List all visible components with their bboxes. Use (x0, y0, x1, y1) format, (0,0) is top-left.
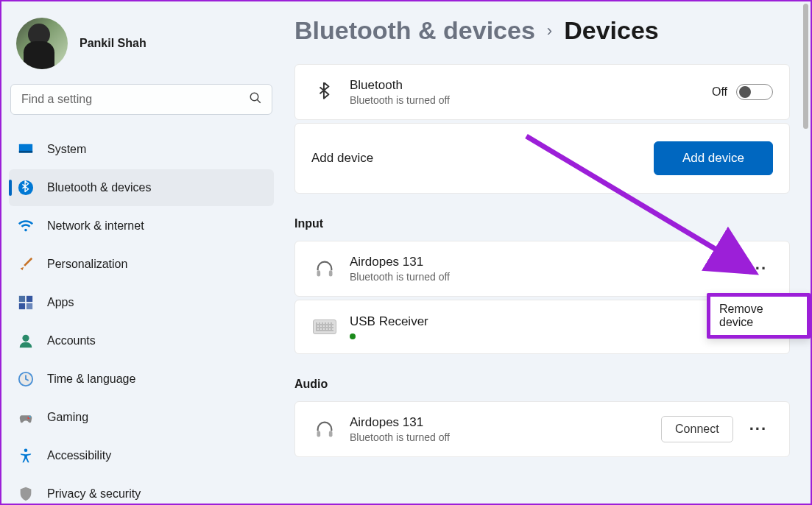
sidebar-item-apps[interactable]: Apps (9, 284, 274, 321)
sidebar-item-label: Apps (47, 296, 74, 309)
section-audio: Audio (294, 378, 790, 391)
scrollbar[interactable] (803, 4, 808, 129)
bluetooth-icon (311, 79, 338, 105)
sidebar-item-accessibility[interactable]: Accessibility (9, 437, 274, 474)
breadcrumb-current: Devices (564, 16, 659, 45)
context-menu-remove[interactable]: Remove device (707, 293, 811, 339)
svg-rect-7 (19, 303, 25, 309)
add-device-button[interactable]: Add device (654, 141, 773, 175)
breadcrumb-parent[interactable]: Bluetooth & devices (294, 16, 535, 45)
wifi-icon (18, 218, 34, 234)
device-name: USB Receiver (350, 314, 744, 329)
apps-icon (18, 294, 34, 311)
shield-icon (18, 486, 34, 502)
bluetooth-card: Bluetooth Bluetooth is turned off Off (294, 64, 790, 120)
svg-line-1 (257, 99, 261, 103)
sidebar-item-personalization[interactable]: Personalization (9, 246, 274, 283)
search-icon (249, 91, 262, 107)
add-device-card: Add device Add device (294, 123, 790, 194)
sidebar-item-gaming[interactable]: Gaming (9, 399, 274, 436)
svg-rect-15 (329, 270, 333, 276)
section-input: Input (294, 217, 790, 230)
device-row: Airdopes 131 Bluetooth is turned off Con… (294, 401, 790, 457)
nav: System Bluetooth & devices Network & int… (9, 131, 274, 505)
headphones-icon (311, 416, 338, 442)
bluetooth-icon (18, 180, 34, 196)
sidebar-item-label: Gaming (47, 411, 88, 424)
accessibility-icon (18, 448, 34, 464)
sidebar-item-time[interactable]: Time & language (9, 361, 274, 398)
sidebar-item-accounts[interactable]: Accounts (9, 322, 274, 359)
more-button[interactable]: ··· (744, 417, 773, 442)
chevron-right-icon: › (547, 21, 552, 40)
device-name: Airdopes 131 (350, 255, 744, 269)
sidebar-item-label: Personalization (47, 258, 127, 271)
breadcrumb: Bluetooth & devices › Devices (294, 16, 790, 45)
svg-point-9 (22, 335, 29, 342)
sidebar-item-bluetooth[interactable]: Bluetooth & devices (9, 169, 274, 206)
clock-icon (18, 371, 34, 387)
device-status: Bluetooth is turned off (350, 271, 744, 283)
device-row: Airdopes 131 Bluetooth is turned off ··· (294, 241, 790, 297)
device-name: Airdopes 131 (350, 415, 661, 430)
bluetooth-status: Bluetooth is turned off (350, 94, 712, 106)
headphones-icon (311, 255, 338, 282)
keyboard-icon (311, 314, 338, 340)
sidebar-item-label: Time & language (47, 372, 135, 386)
main-content: Bluetooth & devices › Devices Bluetooth … (281, 1, 811, 504)
svg-point-4 (18, 180, 33, 195)
person-icon (18, 333, 34, 349)
user-profile[interactable]: Pankil Shah (9, 10, 274, 84)
sidebar-item-label: Privacy & security (47, 487, 141, 501)
sidebar-item-label: Accessibility (47, 449, 111, 462)
svg-rect-16 (317, 431, 321, 437)
monitor-icon (18, 141, 34, 158)
status-dot-icon (350, 333, 356, 339)
more-button[interactable]: ··· (744, 256, 773, 281)
svg-point-12 (29, 416, 31, 418)
device-status: Bluetooth is turned off (350, 431, 661, 443)
search-box (10, 84, 272, 115)
sidebar: Pankil Shah System Bluetooth & devices N… (1, 1, 281, 504)
sidebar-item-label: Network & internet (47, 219, 144, 233)
sidebar-item-network[interactable]: Network & internet (9, 208, 274, 244)
avatar (16, 18, 68, 69)
bluetooth-toggle[interactable] (736, 84, 773, 100)
gamepad-icon (18, 409, 34, 425)
svg-rect-8 (27, 303, 32, 309)
svg-rect-6 (27, 296, 32, 302)
svg-rect-5 (19, 296, 25, 302)
sidebar-item-label: Bluetooth & devices (47, 181, 151, 194)
svg-point-0 (250, 93, 258, 101)
sidebar-item-system[interactable]: System (9, 131, 274, 168)
sidebar-item-label: System (47, 143, 86, 156)
toggle-label: Off (712, 85, 727, 99)
svg-point-13 (24, 448, 28, 452)
sidebar-item-label: Accounts (47, 334, 96, 347)
svg-rect-14 (317, 270, 321, 276)
sidebar-item-privacy[interactable]: Privacy & security (9, 476, 274, 505)
add-device-title: Add device (311, 151, 654, 166)
search-input[interactable] (10, 84, 272, 115)
svg-rect-3 (19, 151, 32, 153)
user-name: Pankil Shah (80, 37, 146, 50)
brush-icon (18, 256, 34, 272)
bluetooth-title: Bluetooth (350, 78, 712, 93)
connect-button[interactable]: Connect (661, 416, 733, 442)
svg-rect-17 (329, 431, 333, 437)
